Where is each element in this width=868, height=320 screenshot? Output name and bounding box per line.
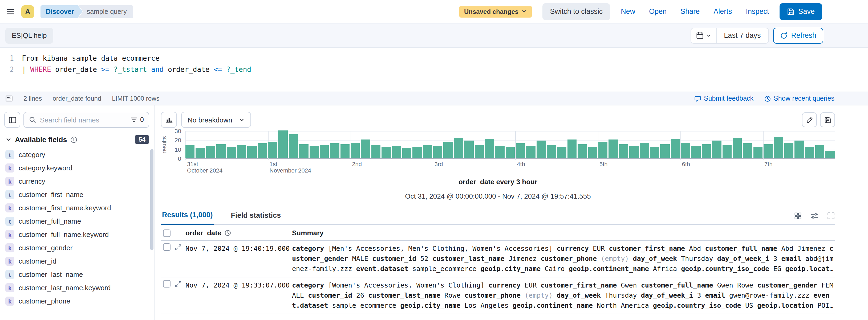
histogram-bar[interactable] <box>660 144 670 158</box>
time-range-value[interactable]: Last 7 days <box>716 31 768 39</box>
histogram-bar[interactable] <box>371 145 381 158</box>
field-list-item[interactable]: tcategory <box>4 148 155 161</box>
histogram-bar[interactable] <box>289 134 298 158</box>
tab-results[interactable]: Results (1,000) <box>161 206 214 225</box>
field-list-item[interactable]: kcustomer_first_name.keyword <box>4 201 155 215</box>
info-icon[interactable] <box>70 136 77 143</box>
histogram-bar[interactable] <box>815 145 825 158</box>
histogram-bar[interactable] <box>206 146 216 158</box>
histogram-bar[interactable] <box>464 140 473 158</box>
histogram-bar[interactable] <box>330 143 339 158</box>
histogram-bar[interactable] <box>547 145 556 158</box>
header-link-open[interactable]: Open <box>649 7 666 15</box>
space-avatar[interactable]: A <box>21 5 34 18</box>
tab-field-statistics[interactable]: Field statistics <box>230 207 282 224</box>
save-button[interactable]: Save <box>779 3 822 20</box>
breadcrumb-discover[interactable]: Discover <box>40 5 83 18</box>
histogram-bar[interactable] <box>795 140 804 158</box>
histogram-bar[interactable] <box>474 145 484 158</box>
editor-line[interactable]: 1From kibana_sample_data_ecommerce <box>0 53 868 64</box>
field-list-item[interactable]: kcustomer_id <box>4 255 155 268</box>
header-link-alerts[interactable]: Alerts <box>713 7 732 15</box>
histogram-bar[interactable] <box>402 148 412 158</box>
menu-button[interactable] <box>6 7 15 16</box>
histogram-bar[interactable] <box>433 146 442 158</box>
field-list-item[interactable]: tcustomer_first_name <box>4 188 155 201</box>
row-checkbox[interactable] <box>163 280 170 288</box>
histogram-bar[interactable] <box>753 147 763 158</box>
histogram-bar[interactable] <box>526 146 535 158</box>
chart-options-button[interactable] <box>161 112 177 128</box>
sidebar-scrollbar[interactable] <box>150 149 153 250</box>
density-options-button[interactable] <box>810 212 818 220</box>
histogram-bar[interactable] <box>691 146 701 158</box>
field-search-input[interactable]: Search field names 0 <box>24 112 149 128</box>
histogram-bar[interactable] <box>567 140 577 158</box>
header-link-inspect[interactable]: Inspect <box>746 7 769 15</box>
histogram-bar[interactable] <box>278 130 288 158</box>
histogram-bar[interactable] <box>826 151 835 158</box>
histogram-bar[interactable] <box>454 138 463 158</box>
field-list-item[interactable]: kcustomer_gender <box>4 241 155 255</box>
histogram-bar[interactable] <box>237 145 246 158</box>
histogram-bar[interactable] <box>309 146 319 158</box>
edit-visualization-button[interactable] <box>802 113 817 127</box>
histogram-bar[interactable] <box>185 145 195 158</box>
histogram-bar[interactable] <box>340 144 349 158</box>
switch-to-classic-button[interactable]: Switch to classic <box>542 3 610 20</box>
histogram-bar[interactable] <box>671 139 680 158</box>
histogram-bar[interactable] <box>712 140 721 158</box>
histogram-bar[interactable] <box>629 146 639 158</box>
quick-select-button[interactable] <box>691 28 716 43</box>
field-list-item[interactable]: kcustomer_phone <box>4 294 155 308</box>
refresh-button[interactable]: Refresh <box>773 27 823 43</box>
breakdown-select[interactable]: No breakdown <box>181 112 251 128</box>
histogram-bar[interactable] <box>258 143 267 158</box>
histogram-bar[interactable] <box>764 144 773 158</box>
field-list-item[interactable]: kcategory.keyword <box>4 161 155 174</box>
histogram-bar[interactable] <box>227 147 236 158</box>
display-options-button[interactable] <box>794 212 802 220</box>
histogram-bar[interactable] <box>640 142 649 158</box>
histogram-bar[interactable] <box>743 143 752 158</box>
histogram-bar[interactable] <box>681 142 690 158</box>
field-list-item[interactable]: tcustomer_last_name <box>4 268 155 281</box>
histogram-bar[interactable] <box>248 146 257 158</box>
header-link-share[interactable]: Share <box>680 7 700 15</box>
row-checkbox[interactable] <box>163 243 170 251</box>
expand-document-button[interactable] <box>175 244 182 251</box>
histogram-bar[interactable] <box>722 145 732 158</box>
save-visualization-button[interactable] <box>820 113 835 127</box>
histogram-bar[interactable] <box>588 147 597 158</box>
field-list-item[interactable]: kcurrency <box>4 174 155 188</box>
histogram-bar[interactable] <box>578 144 587 158</box>
histogram-bar[interactable] <box>443 141 453 158</box>
histogram-bar[interactable] <box>381 147 391 158</box>
histogram-bar[interactable] <box>650 147 659 158</box>
editor-line[interactable]: 2| WHERE order_date >= ?_tstart and orde… <box>0 64 868 75</box>
histogram-bar[interactable] <box>351 142 360 158</box>
histogram-bar[interactable] <box>536 140 546 158</box>
histogram-bar[interactable] <box>733 138 742 158</box>
histogram-bar[interactable] <box>598 141 608 158</box>
column-header-summary[interactable]: Summary <box>292 229 324 237</box>
expand-document-button[interactable] <box>175 280 182 287</box>
histogram-bar[interactable] <box>774 137 783 158</box>
select-all-checkbox[interactable] <box>163 229 170 237</box>
histogram-bar[interactable] <box>299 144 308 158</box>
fullscreen-button[interactable] <box>827 212 835 220</box>
histogram-bar[interactable] <box>423 145 432 158</box>
histogram-bar[interactable] <box>196 148 205 158</box>
histogram-bar[interactable] <box>609 140 618 158</box>
histogram-bar[interactable] <box>268 141 277 158</box>
chevron-down-icon[interactable] <box>5 136 12 143</box>
field-list-item[interactable]: tcustomer_full_name <box>4 215 155 228</box>
unsaved-changes-badge[interactable]: Unsaved changes <box>459 6 532 17</box>
field-filters-button[interactable]: 0 <box>130 116 144 124</box>
collapse-sidebar-button[interactable] <box>4 112 20 128</box>
histogram-bar[interactable] <box>320 145 329 158</box>
histogram-bar[interactable] <box>485 139 494 158</box>
histogram-bar[interactable] <box>361 140 370 158</box>
header-link-new[interactable]: New <box>621 7 635 15</box>
histogram-bar[interactable] <box>516 143 525 158</box>
